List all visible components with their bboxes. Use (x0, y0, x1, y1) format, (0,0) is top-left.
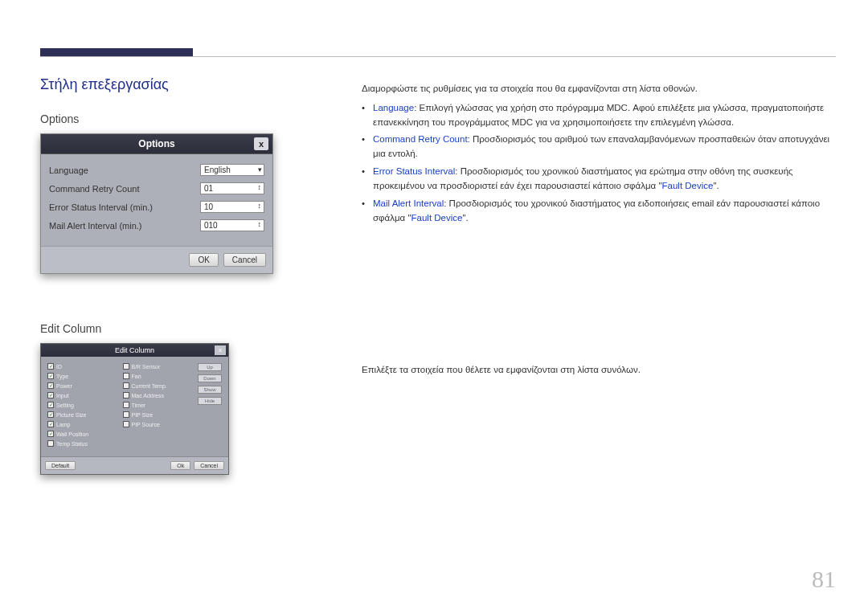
bullet-key: Error Status Interval (373, 166, 455, 176)
checkbox-icon[interactable]: ✓ (47, 402, 54, 408)
checkbox-item[interactable]: Fan (123, 373, 194, 379)
checkbox-icon[interactable]: ✓ (47, 431, 54, 437)
checkbox-icon[interactable]: ✓ (47, 411, 54, 418)
section-title: Στήλη επεξεργασίας (40, 76, 281, 93)
checkbox-label: B/R Sensor (132, 364, 161, 370)
ok-button[interactable]: Ok (170, 461, 190, 470)
error-interval-spinner[interactable]: 10 (200, 201, 264, 213)
bullet-key: Language (373, 103, 414, 112)
down-button[interactable]: Down (198, 374, 222, 382)
close-icon[interactable]: x (215, 345, 226, 355)
checkbox-item[interactable]: Current Temp. (123, 382, 194, 389)
options-body: Language English Command Retry Count 01 … (41, 154, 272, 246)
checkbox-column-2: B/R SensorFanCurrent Temp.Mac AddressTim… (123, 363, 194, 450)
checkbox-icon[interactable] (123, 421, 129, 427)
cancel-button[interactable]: Cancel (223, 253, 266, 267)
up-button[interactable]: Up (198, 363, 222, 371)
retry-spinner[interactable]: 01 (200, 182, 264, 194)
checkbox-column-1: ✓ID✓Type✓Power✓Input✓Setting✓Picture Siz… (47, 363, 118, 450)
checkbox-label: Fan (132, 374, 141, 379)
checkbox-label: PIP Size (132, 412, 154, 418)
checkbox-icon[interactable] (123, 392, 129, 398)
checkbox-item[interactable]: ✓Setting (47, 402, 118, 408)
checkbox-icon[interactable] (123, 363, 129, 370)
checkbox-label: Setting (56, 403, 74, 408)
checkbox-item[interactable]: ✓ID (47, 363, 118, 370)
edit-column-title-text: Edit Column (115, 346, 154, 354)
page-number: 81 (812, 566, 836, 593)
mail-interval-label: Mail Alert Interval (min.) (49, 221, 142, 231)
options-dialog: Options x Language English Command Retry… (40, 133, 273, 274)
checkbox-icon[interactable] (47, 440, 54, 447)
checkbox-item[interactable]: Mac Address (123, 392, 194, 398)
checkbox-label: Lamp (56, 422, 71, 427)
checkbox-item[interactable]: Timer (123, 402, 194, 408)
default-button[interactable]: Default (45, 461, 76, 470)
error-interval-label: Error Status Interval (min.) (49, 202, 153, 212)
checkbox-label: Picture Size (56, 412, 86, 418)
checkbox-label: Input (56, 393, 69, 398)
checkbox-label: Current Temp. (132, 383, 167, 389)
show-button[interactable]: Show (198, 386, 222, 394)
language-select[interactable]: English (200, 164, 264, 176)
checkbox-label: ID (56, 364, 62, 370)
checkbox-item[interactable]: ✓Picture Size (47, 411, 118, 418)
checkbox-icon[interactable] (123, 402, 129, 408)
checkbox-item[interactable]: ✓Input (47, 392, 118, 398)
edit-column-heading: Edit Column (40, 322, 281, 335)
checkbox-item[interactable]: ✓Type (47, 373, 118, 379)
checkbox-icon[interactable]: ✓ (47, 373, 54, 379)
bullet-item: • Error Status Interval: Προσδιορισμός τ… (362, 165, 832, 194)
cancel-button[interactable]: Cancel (194, 461, 224, 470)
checkbox-label: Mac Address (132, 393, 164, 398)
checkbox-icon[interactable] (123, 373, 129, 379)
close-icon[interactable]: x (254, 137, 268, 150)
checkbox-item[interactable]: ✓Power (47, 382, 118, 389)
bullet-tail: ". (713, 181, 719, 190)
intro-text: Διαμορφώστε τις ρυθμίσεις για τα στοιχεί… (362, 82, 832, 96)
checkbox-item[interactable]: B/R Sensor (123, 363, 194, 370)
checkbox-icon[interactable] (123, 411, 129, 418)
checkbox-item[interactable]: ✓Wall Position (47, 431, 118, 437)
checkbox-label: PIP Source (132, 422, 160, 427)
retry-label: Command Retry Count (49, 184, 140, 194)
checkbox-icon[interactable]: ✓ (47, 363, 54, 370)
left-column: Στήλη επεξεργασίας Options Options x Lan… (40, 76, 281, 475)
header-rule (40, 56, 836, 57)
ok-button[interactable]: OK (189, 253, 218, 267)
options-heading: Options (40, 112, 281, 125)
checkbox-label: Temp Status (56, 441, 88, 447)
edit-column-title: Edit Column x (41, 344, 228, 357)
language-label: Language (49, 166, 88, 175)
checkbox-icon[interactable]: ✓ (47, 392, 54, 398)
bullet-key: Command Retry Count (373, 134, 468, 144)
checkbox-item[interactable]: PIP Source (123, 421, 194, 427)
checkbox-icon[interactable] (123, 382, 129, 389)
checkbox-icon[interactable]: ✓ (47, 382, 54, 389)
mail-interval-spinner[interactable]: 010 (200, 219, 264, 231)
bullet-item: • Command Retry Count: Προσδιορισμός του… (362, 133, 832, 161)
checkbox-label: Timer (132, 403, 146, 408)
checkbox-label: Type (56, 374, 68, 379)
bullet-item: • Language: Επιλογή γλώσσας για χρήση στ… (362, 101, 832, 130)
checkbox-item[interactable]: PIP Size (123, 411, 194, 418)
checkbox-label: Wall Position (56, 431, 88, 437)
edit-column-footer: Default Ok Cancel (41, 456, 228, 474)
hide-button[interactable]: Hide (198, 397, 222, 405)
bullet-item: • Mail Alert Interval: Προσδιορισμός του… (362, 197, 832, 226)
checkbox-item[interactable]: Temp Status (47, 440, 118, 447)
edit-column-dialog: Edit Column x ✓ID✓Type✓Power✓Input✓Setti… (40, 343, 229, 475)
bullet-key: Mail Alert Interval (373, 198, 444, 208)
checkbox-label: Power (56, 383, 72, 389)
bullet-text: : Επιλογή γλώσσας για χρήση στο πρόγραμμ… (373, 103, 824, 127)
checkbox-icon[interactable]: ✓ (47, 421, 54, 427)
header-accent (40, 48, 193, 56)
fault-device: Fault Device (662, 181, 714, 190)
checkbox-item[interactable]: ✓Lamp (47, 421, 118, 427)
edit-column-body: ✓ID✓Type✓Power✓Input✓Setting✓Picture Siz… (41, 357, 228, 456)
right-column: Διαμορφώστε τις ρυθμίσεις για τα στοιχεί… (362, 82, 832, 228)
edit-column-description: Επιλέξτε τα στοιχεία που θέλετε να εμφαν… (362, 365, 832, 374)
options-dialog-title-text: Options (138, 138, 174, 149)
fault-device: Fault Device (411, 213, 463, 223)
bullet-tail: ". (462, 213, 468, 223)
